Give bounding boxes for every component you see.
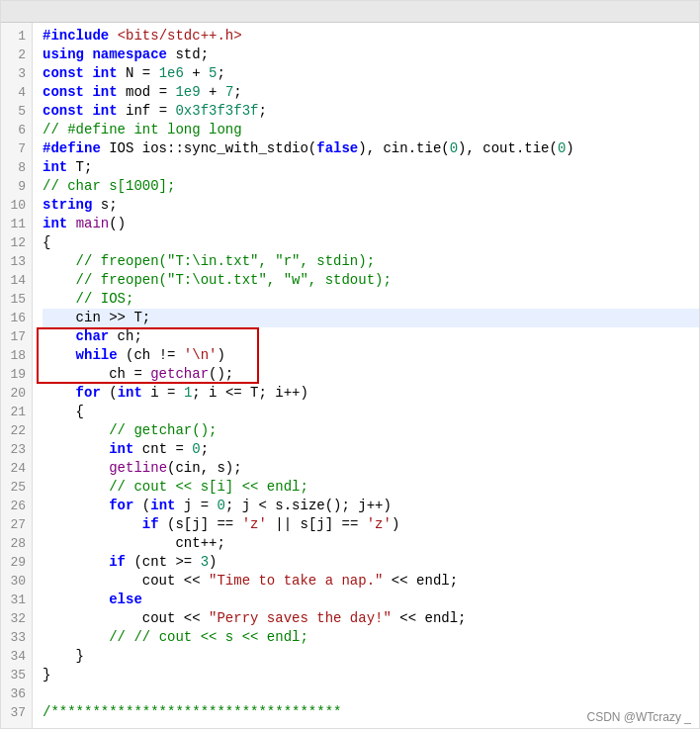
line-number: 4 xyxy=(1,83,32,102)
line-number: 22 xyxy=(1,421,32,440)
line-number: 31 xyxy=(1,591,32,609)
code-line: char ch; xyxy=(43,327,699,346)
code-line: else xyxy=(43,591,699,609)
code-line: // // cout << s << endl; xyxy=(43,628,699,647)
line-numbers: 1234567891011121314151617181920212223242… xyxy=(1,23,33,728)
code-line: #define IOS ios::sync_with_stdio(false),… xyxy=(43,139,699,158)
line-number: 18 xyxy=(1,346,32,365)
code-line: } xyxy=(43,647,699,666)
line-number: 5 xyxy=(1,102,32,121)
line-number: 8 xyxy=(1,158,32,177)
code-line: using namespace std; xyxy=(43,46,699,64)
line-number: 24 xyxy=(1,459,32,478)
code-line: // cout << s[i] << endl; xyxy=(43,478,699,497)
code-line: const int N = 1e6 + 5; xyxy=(43,64,699,83)
line-number: 20 xyxy=(1,384,32,403)
code-line: if (s[j] == 'z' || s[j] == 'z') xyxy=(43,515,699,534)
code-body: 1234567891011121314151617181920212223242… xyxy=(1,23,699,728)
code-line: getline(cin, s); xyxy=(43,459,699,478)
code-line xyxy=(43,684,699,703)
line-number: 9 xyxy=(1,177,32,196)
code-line: cin >> T; xyxy=(43,309,699,327)
line-number: 37 xyxy=(1,703,32,722)
code-line: // char s[1000]; xyxy=(43,177,699,196)
code-line: { xyxy=(43,403,699,421)
code-header xyxy=(1,1,699,23)
line-number: 7 xyxy=(1,139,32,158)
code-line: int cnt = 0; xyxy=(43,440,699,459)
code-line: cout << "Time to take a nap." << endl; xyxy=(43,572,699,591)
watermark: CSDN @WTcrazy _ xyxy=(586,710,691,724)
line-number: 28 xyxy=(1,534,32,553)
line-number: 32 xyxy=(1,609,32,628)
line-number: 36 xyxy=(1,684,32,703)
line-number: 15 xyxy=(1,290,32,309)
line-number: 16 xyxy=(1,309,32,327)
code-line: { xyxy=(43,233,699,252)
code-line: int main() xyxy=(43,215,699,233)
code-line: for (int i = 1; i <= T; i++) xyxy=(43,384,699,403)
code-line: // freopen("T:\out.txt", "w", stdout); xyxy=(43,271,699,290)
line-number: 6 xyxy=(1,121,32,139)
line-number: 2 xyxy=(1,46,32,64)
line-number: 13 xyxy=(1,252,32,271)
code-line: for (int j = 0; j < s.size(); j++) xyxy=(43,497,699,515)
line-number: 17 xyxy=(1,327,32,346)
line-number: 34 xyxy=(1,647,32,666)
line-number: 3 xyxy=(1,64,32,83)
line-number: 30 xyxy=(1,572,32,591)
line-number: 26 xyxy=(1,497,32,515)
code-line: cnt++; xyxy=(43,534,699,553)
line-number: 29 xyxy=(1,553,32,572)
code-lines[interactable]: #include <bits/stdc++.h>using namespace … xyxy=(33,23,699,728)
line-number: 33 xyxy=(1,628,32,647)
code-line: // #define int long long xyxy=(43,121,699,139)
line-number: 1 xyxy=(1,27,32,46)
line-number: 12 xyxy=(1,233,32,252)
line-number: 35 xyxy=(1,666,32,684)
code-line: cout << "Perry saves the day!" << endl; xyxy=(43,609,699,628)
code-line: string s; xyxy=(43,196,699,215)
line-number: 14 xyxy=(1,271,32,290)
line-number: 27 xyxy=(1,515,32,534)
code-line: // IOS; xyxy=(43,290,699,309)
code-line: int T; xyxy=(43,158,699,177)
line-number: 25 xyxy=(1,478,32,497)
line-number: 10 xyxy=(1,196,32,215)
code-line: while (ch != '\n') xyxy=(43,346,699,365)
code-line: } xyxy=(43,666,699,684)
code-line: const int mod = 1e9 + 7; xyxy=(43,83,699,102)
code-container: 1234567891011121314151617181920212223242… xyxy=(0,0,700,729)
line-number: 11 xyxy=(1,215,32,233)
line-number: 21 xyxy=(1,403,32,421)
code-line: // freopen("T:\in.txt", "r", stdin); xyxy=(43,252,699,271)
code-line: const int inf = 0x3f3f3f3f; xyxy=(43,102,699,121)
code-line: if (cnt >= 3) xyxy=(43,553,699,572)
line-number: 19 xyxy=(1,365,32,384)
code-line: ch = getchar(); xyxy=(43,365,699,384)
code-line: #include <bits/stdc++.h> xyxy=(43,27,699,46)
line-number: 23 xyxy=(1,440,32,459)
code-line: // getchar(); xyxy=(43,421,699,440)
